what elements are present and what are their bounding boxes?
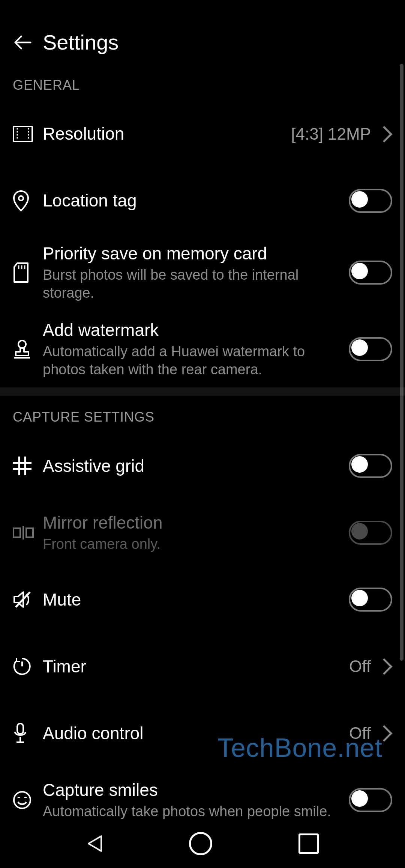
- svg-rect-18: [17, 723, 23, 734]
- assistive-grid-toggle[interactable]: [349, 454, 392, 478]
- mute-toggle[interactable]: [349, 588, 392, 612]
- row-audio-control[interactable]: Audio control Off: [0, 700, 405, 767]
- svg-point-3: [19, 196, 23, 200]
- stamp-icon: [13, 339, 32, 359]
- back-button[interactable]: [11, 31, 34, 54]
- assistive-grid-label: Assistive grid: [43, 456, 341, 476]
- location-tag-label: Location tag: [43, 190, 341, 211]
- smile-icon: [13, 791, 32, 809]
- svg-point-21: [14, 792, 30, 808]
- status-bar: [0, 0, 405, 23]
- nav-home-button[interactable]: [189, 832, 212, 855]
- mirror-toggle: [349, 521, 392, 545]
- mute-icon: [13, 591, 33, 609]
- resolution-icon: [13, 126, 33, 142]
- settings-scroll-area[interactable]: GENERAL Resolution [4:3] 12MP: [0, 64, 405, 819]
- sd-card-icon: [13, 262, 29, 283]
- row-assistive-grid[interactable]: Assistive grid: [0, 432, 405, 499]
- row-watermark[interactable]: Add watermark Automatically add a Huawei…: [0, 311, 405, 387]
- mirror-sub: Front camera only.: [43, 535, 341, 553]
- capture-smiles-label: Capture smiles: [43, 780, 341, 800]
- priority-save-toggle[interactable]: [349, 261, 392, 285]
- svg-rect-13: [14, 528, 20, 537]
- capture-smiles-sub: Automatically take photos when people sm…: [43, 803, 341, 821]
- priority-save-label: Priority save on memory card: [43, 243, 341, 264]
- svg-rect-0: [14, 127, 32, 142]
- mirror-icon: [13, 525, 34, 540]
- svg-rect-15: [26, 528, 33, 537]
- row-mute[interactable]: Mute: [0, 566, 405, 633]
- scroll-indicator[interactable]: [400, 64, 404, 661]
- location-icon: [13, 190, 29, 211]
- app-bar: Settings: [0, 23, 405, 66]
- page-title: Settings: [43, 30, 118, 54]
- row-priority-save[interactable]: Priority save on memory card Burst photo…: [0, 234, 405, 311]
- resolution-value: [4:3] 12MP: [291, 125, 371, 143]
- location-tag-toggle[interactable]: [349, 189, 392, 213]
- mirror-label: Mirror reflection: [43, 512, 341, 533]
- nav-recent-button[interactable]: [298, 833, 319, 854]
- timer-icon: [13, 657, 32, 676]
- section-divider: [0, 387, 405, 396]
- watermark-label: Add watermark: [43, 320, 341, 341]
- audio-control-value: Off: [349, 724, 371, 743]
- audio-control-label: Audio control: [43, 723, 342, 744]
- nav-back-button[interactable]: [86, 835, 103, 853]
- arrow-left-icon: [12, 32, 33, 53]
- watermark-toggle[interactable]: [349, 337, 392, 361]
- timer-label: Timer: [43, 656, 342, 677]
- mute-label: Mute: [43, 589, 341, 610]
- svg-point-7: [18, 341, 26, 348]
- chevron-right-icon: [376, 126, 393, 142]
- nav-back-icon: [86, 835, 103, 853]
- section-header-general: GENERAL: [0, 64, 405, 101]
- chevron-right-icon: [376, 725, 393, 741]
- timer-value: Off: [349, 657, 371, 676]
- priority-save-sub: Burst photos will be saved to the intern…: [43, 266, 341, 302]
- microphone-icon: [13, 723, 28, 744]
- resolution-label: Resolution: [43, 124, 284, 144]
- row-timer[interactable]: Timer Off: [0, 633, 405, 700]
- row-mirror-reflection: Mirror reflection Front camera only.: [0, 499, 405, 566]
- row-resolution[interactable]: Resolution [4:3] 12MP: [0, 101, 405, 167]
- section-header-capture: CAPTURE SETTINGS: [0, 396, 405, 432]
- chevron-right-icon: [376, 658, 393, 675]
- navigation-bar: [0, 819, 405, 868]
- grid-icon: [13, 457, 32, 475]
- row-location-tag[interactable]: Location tag: [0, 167, 405, 234]
- capture-smiles-toggle[interactable]: [349, 788, 392, 812]
- watermark-sub: Automatically add a Huawei watermark to …: [43, 343, 341, 378]
